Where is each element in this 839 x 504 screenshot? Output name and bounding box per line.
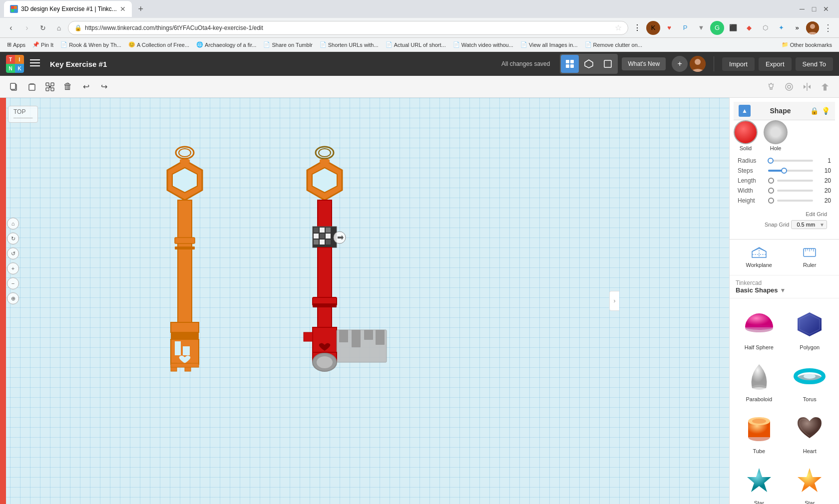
shape-half-sphere[interactable]: Half Sphere <box>736 304 783 352</box>
bookmark-rook[interactable]: 📄 Rook & Wren by Th... <box>57 40 124 49</box>
shape-panel-toggle[interactable]: ▲ <box>739 105 751 117</box>
import-button[interactable]: Import <box>722 57 755 71</box>
maximize-button[interactable]: □ <box>809 4 819 14</box>
document-title[interactable]: Key Exercise #1 <box>50 60 107 68</box>
bookmark-collection[interactable]: 😊 A Collection of Free... <box>125 40 192 49</box>
radius-label: Radius <box>738 157 765 164</box>
3d-view-button[interactable] <box>580 55 598 73</box>
ext-icon-9[interactable]: ✦ <box>774 21 788 35</box>
reload-button[interactable]: ↻ <box>36 21 50 35</box>
bookmark-archaeology[interactable]: 🌐 Archaeology of a fir... <box>193 40 259 49</box>
tinkercad-logo[interactable]: T I N K <box>6 55 24 73</box>
app-container: T I N K Key Exercise #1 All changes save… <box>0 52 839 504</box>
height-circle[interactable] <box>768 198 774 204</box>
active-tab[interactable]: 3D design Key Exercise #1 | Tinkc... ✕ <box>4 1 132 17</box>
bookmark-watch[interactable]: 📄 Watch video withou... <box>450 40 516 49</box>
mirror-button[interactable] <box>799 79 815 95</box>
extensions-button[interactable]: ⋮ <box>630 21 644 35</box>
export-button[interactable]: Export <box>759 57 792 71</box>
bookmark-view-images[interactable]: 📄 View all Images in... <box>517 40 581 49</box>
home-button[interactable]: ⌂ <box>52 21 66 35</box>
bookmark-apps[interactable]: ⊞ Apps <box>4 40 28 49</box>
back-button[interactable]: ‹ <box>4 21 18 35</box>
bulb-icon[interactable]: 💡 <box>822 107 830 115</box>
redo-button[interactable]: ↪ <box>96 79 112 95</box>
solid-option[interactable]: Solid <box>734 120 758 151</box>
align-button[interactable] <box>817 79 833 95</box>
length-circle[interactable] <box>768 178 774 184</box>
steps-thumb[interactable] <box>781 168 787 174</box>
rotate-cw-button[interactable]: ↻ <box>7 233 19 245</box>
bookmark-remove[interactable]: 📄 Remove clutter on... <box>582 40 645 49</box>
bookmark-star[interactable]: ☆ <box>615 23 622 32</box>
library-category-dropdown[interactable]: Basic Shapes ▼ <box>736 286 786 294</box>
whats-new-button[interactable]: What's New <box>622 57 666 70</box>
user-avatar[interactable] <box>690 56 706 72</box>
forward-button[interactable]: › <box>20 21 34 35</box>
user-profile-button[interactable] <box>806 21 819 34</box>
svg-rect-60 <box>314 228 319 233</box>
address-bar[interactable]: 🔒 https://www.tinkercad.com/things/6tYFA… <box>68 21 628 35</box>
copy-button[interactable] <box>6 79 22 95</box>
shape-tube[interactable]: Tube <box>736 408 783 456</box>
close-window-button[interactable]: ✕ <box>821 4 831 14</box>
chrome-menu-button[interactable]: ⋮ <box>821 21 835 35</box>
ruler-button[interactable]: Ruler <box>785 244 836 271</box>
more-extensions[interactable]: » <box>790 21 804 35</box>
tab-close-button[interactable]: ✕ <box>120 5 126 13</box>
edit-grid-button[interactable]: Edit Grid <box>806 211 827 217</box>
bookmark-actual[interactable]: 📄 Actual URL of short... <box>383 40 449 49</box>
ext-icon-6[interactable]: ⬛ <box>726 21 740 35</box>
fit-view-button[interactable]: ⊕ <box>7 292 19 304</box>
canvas-grid[interactable]: TOP ────── ⌂ ↻ ↺ + − ⊕ <box>0 98 729 504</box>
ext-icon-3[interactable]: P <box>678 21 692 35</box>
send-to-button[interactable]: Send To <box>796 57 833 71</box>
paste-button[interactable] <box>24 79 40 95</box>
ext-icon-2[interactable]: ♥ <box>662 21 676 35</box>
ext-icon-8[interactable]: ⬡ <box>758 21 772 35</box>
zoom-in-button[interactable]: + <box>7 262 19 274</box>
ext-icon-7[interactable]: ◆ <box>742 21 756 35</box>
add-user-button[interactable]: + <box>672 56 688 72</box>
shape-star-yellow[interactable]: Star <box>787 460 834 504</box>
ext-icon-4[interactable]: ▼ <box>694 21 708 35</box>
hamburger-menu-button[interactable] <box>28 56 42 72</box>
grid-view-button[interactable] <box>561 55 579 73</box>
shape-torus[interactable]: Torus <box>787 356 834 404</box>
shape-star-teal[interactable]: Star <box>736 460 783 504</box>
lock-icon[interactable]: 🔒 <box>810 107 819 115</box>
undo-button[interactable]: ↩ <box>78 79 94 95</box>
bookmark-tumblr[interactable]: 📄 Share on Tumblr <box>260 40 315 49</box>
bookmark-shorten[interactable]: 📄 Shorten URLs with... <box>317 40 382 49</box>
workplane-button[interactable]: Workplane <box>734 244 785 271</box>
svg-marker-33 <box>804 85 806 89</box>
width-circle[interactable] <box>768 188 774 194</box>
steps-slider[interactable] <box>768 170 813 172</box>
edit-toolbar: 🗑 ↩ ↪ <box>0 76 839 98</box>
radius-thumb[interactable] <box>768 158 774 164</box>
new-tab-button[interactable]: + <box>134 2 148 16</box>
shape-tools-button[interactable] <box>781 79 797 95</box>
panel-collapse-button[interactable]: › <box>609 291 619 311</box>
radius-slider[interactable] <box>768 160 813 162</box>
svg-rect-57 <box>320 159 330 163</box>
shape-heart[interactable]: Heart <box>787 408 834 456</box>
bookmark-other[interactable]: 📁 Other bookmarks <box>779 40 835 49</box>
snap-grid-control[interactable]: 0.5 mm ▼ <box>791 220 827 229</box>
canvas-area[interactable]: TOP ────── ⌂ ↻ ↺ + − ⊕ <box>0 98 729 504</box>
rotate-ccw-button[interactable]: ↺ <box>7 248 19 259</box>
svg-rect-66 <box>314 240 319 245</box>
hole-option[interactable]: Hole <box>764 120 788 151</box>
ext-icon-5[interactable]: G <box>710 21 724 35</box>
delete-button[interactable]: 🗑 <box>60 79 76 95</box>
ext-icon-1[interactable]: K <box>646 21 660 35</box>
group-button[interactable] <box>42 79 58 95</box>
shape-polygon[interactable]: Polygon <box>787 304 834 352</box>
minimize-button[interactable]: ─ <box>797 4 807 14</box>
bookmark-pinit[interactable]: 📌 Pin It <box>29 40 56 49</box>
home-view-button[interactable]: ⌂ <box>7 218 19 230</box>
light-bulb-button[interactable] <box>763 79 779 95</box>
code-view-button[interactable] <box>599 55 617 73</box>
shape-paraboloid[interactable]: Paraboloid <box>736 356 783 404</box>
zoom-out-button[interactable]: − <box>7 277 19 289</box>
